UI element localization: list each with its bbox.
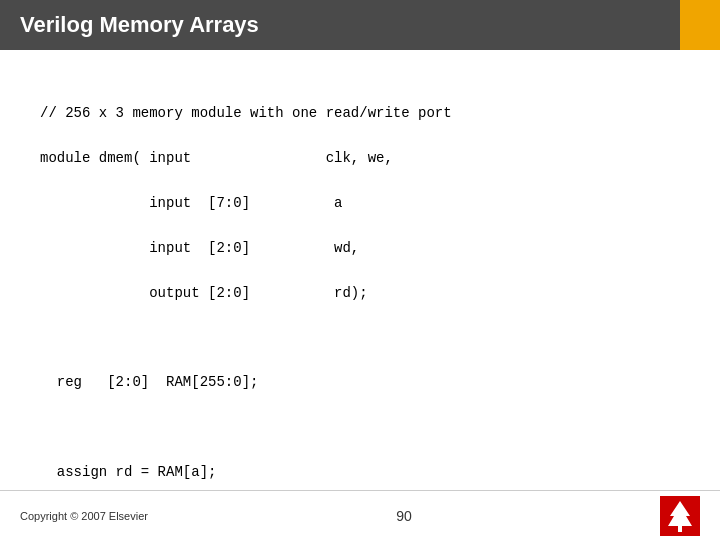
page-footer: Copyright © 2007 Elsevier 90: [0, 490, 720, 540]
code-line-1: // 256 x 3 memory module with one read/w…: [40, 105, 452, 121]
code-block: // 256 x 3 memory module with one read/w…: [40, 80, 680, 540]
code-line-9: assign rd = RAM[a];: [40, 464, 216, 480]
copyright-text: Copyright © 2007 Elsevier: [20, 510, 148, 522]
main-content: // 256 x 3 memory module with one read/w…: [0, 50, 720, 540]
code-line-2: module dmem( input clk, we,: [40, 150, 393, 166]
page-header: Verilog Memory Arrays: [0, 0, 720, 50]
code-line-4: input [2:0] wd,: [40, 240, 359, 256]
header-title: Verilog Memory Arrays: [20, 12, 259, 38]
page-number: 90: [396, 508, 412, 524]
header-accent: [680, 0, 720, 50]
code-line-5: output [2:0] rd);: [40, 285, 368, 301]
code-line-3: input [7:0] a: [40, 195, 342, 211]
elsevier-logo: [660, 496, 700, 536]
code-line-7: reg [2:0] RAM[255:0];: [40, 374, 258, 390]
